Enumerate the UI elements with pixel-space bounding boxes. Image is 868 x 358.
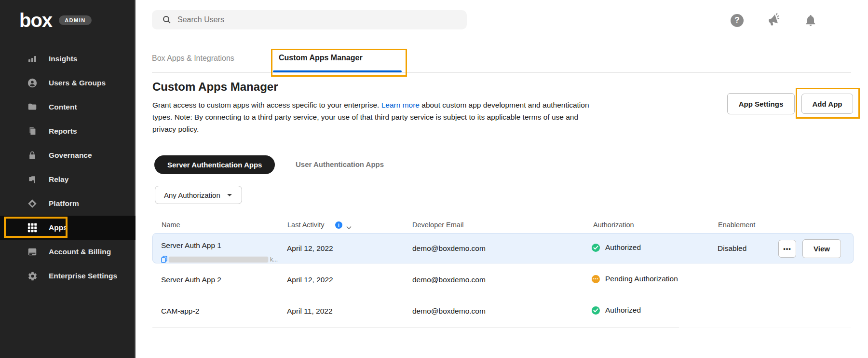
sidebar-item-label: Reports: [49, 127, 77, 136]
app-name: Server Auth App 1: [161, 241, 221, 250]
credit-card-icon: [27, 246, 38, 258]
authorization-status: ••• Pending Authorization: [592, 275, 679, 283]
segment-server-auth-apps[interactable]: Server Authentication Apps: [154, 155, 275, 174]
column-header-enablement[interactable]: Enablement: [718, 221, 755, 229]
client-id-tail: k...: [270, 256, 278, 263]
folder-icon: [27, 101, 38, 113]
sidebar-item-governance[interactable]: Governance: [0, 143, 136, 167]
white-overlay-patch: [679, 264, 868, 358]
sidebar-item-reports[interactable]: Reports: [0, 119, 136, 143]
segment-user-auth-apps[interactable]: User Authentication Apps: [296, 160, 384, 168]
authorization-label: Pending Authorization: [605, 275, 678, 283]
active-tab-underline: [273, 70, 402, 72]
sidebar-item-label: Relay: [49, 175, 68, 184]
page-description: Grant access to custom apps with access …: [152, 99, 589, 135]
sidebar-item-insights[interactable]: Insights: [0, 47, 136, 71]
more-actions-button[interactable]: •••: [778, 240, 796, 258]
sidebar-item-enterprise-settings[interactable]: Enterprise Settings: [0, 264, 136, 288]
documents-icon: [27, 125, 38, 137]
grid-icon: [27, 222, 38, 234]
description-text: Grant access to custom apps with access …: [152, 101, 381, 109]
app-settings-button[interactable]: App Settings: [727, 93, 795, 114]
authorization-label: Authorized: [605, 243, 641, 252]
chevron-down-icon: [227, 194, 232, 196]
description-line-1: Grant access to custom apps with access …: [152, 99, 589, 111]
app-name[interactable]: Server Auth App 2: [161, 275, 221, 284]
last-activity-value: April 11, 2022: [287, 307, 333, 316]
developer-email-value: demo@boxdemo.com: [412, 307, 486, 316]
megaphone-icon[interactable]: [765, 11, 783, 29]
authorization-status: Authorized: [592, 306, 641, 315]
sidebar-item-users-groups[interactable]: Users & Groups: [0, 71, 136, 95]
description-line-3: privacy policy.: [152, 123, 589, 135]
learn-more-link[interactable]: Learn more: [381, 101, 420, 109]
column-header-last-activity[interactable]: Last Activity: [287, 221, 325, 229]
help-icon[interactable]: ?: [731, 14, 744, 27]
sidebar-nav: Insights Users & Groups Content Reports: [0, 47, 136, 288]
sidebar-item-label: Apps: [49, 223, 68, 232]
authorization-label: Authorized: [605, 306, 641, 315]
user-circle-icon: [27, 77, 38, 89]
sidebar-item-label: Enterprise Settings: [49, 272, 117, 280]
box-logo: box: [19, 10, 52, 31]
sidebar-item-label: Governance: [49, 151, 92, 160]
admin-badge: ADMIN: [59, 15, 92, 25]
sidebar-item-relay[interactable]: Relay: [0, 167, 136, 192]
add-app-button[interactable]: Add App: [801, 94, 853, 114]
tabs-divider: [152, 72, 851, 73]
last-activity-value: April 12, 2022: [287, 244, 333, 253]
sidebar: box ADMIN Insights Users & Groups C: [0, 0, 136, 358]
sidebar-item-label: Account & Billing: [49, 248, 111, 256]
tab-custom-apps-manager[interactable]: Custom Apps Manager: [279, 54, 363, 62]
authorization-filter-dropdown[interactable]: Any Authorization: [155, 186, 242, 204]
copy-icon[interactable]: [161, 256, 167, 263]
diamond-icon: [27, 198, 38, 209]
gear-icon: [27, 270, 38, 282]
authorized-check-icon: [592, 306, 600, 315]
view-button[interactable]: View: [802, 239, 841, 258]
last-activity-value: April 12, 2022: [287, 275, 333, 284]
sidebar-item-label: Platform: [49, 199, 79, 208]
flag-icon: [27, 174, 38, 185]
topbar-icons: ?: [731, 13, 817, 28]
sidebar-item-label: Users & Groups: [49, 79, 106, 87]
box-admin-console: box ADMIN Insights Users & Groups C: [0, 0, 868, 358]
bar-chart-icon: [27, 53, 38, 65]
search-icon: [162, 15, 172, 25]
enablement-value: Disabled: [718, 244, 746, 253]
dropdown-value: Any Authorization: [164, 191, 220, 199]
bell-icon[interactable]: [804, 14, 817, 27]
pending-ellipsis-icon: •••: [592, 275, 600, 283]
sidebar-item-label: Insights: [49, 55, 77, 63]
sidebar-item-account-billing[interactable]: Account & Billing: [0, 240, 136, 264]
app-name[interactable]: CAM-app-2: [161, 307, 199, 316]
column-header-developer-email[interactable]: Developer Email: [412, 221, 463, 229]
search-input[interactable]: [177, 15, 448, 24]
page-title: Custom Apps Manager: [152, 80, 278, 94]
column-header-name[interactable]: Name: [162, 221, 180, 229]
developer-email-value: demo@boxdemo.com: [412, 275, 486, 284]
lock-icon: [27, 150, 38, 161]
column-header-authorization[interactable]: Authorization: [593, 221, 634, 229]
sort-chevron-icon[interactable]: [346, 223, 352, 232]
description-line-2: types. Note: By connecting to a third pa…: [152, 111, 589, 123]
logo-row: box ADMIN: [19, 10, 92, 31]
sidebar-item-platform[interactable]: Platform: [0, 192, 136, 216]
sidebar-item-label: Content: [49, 103, 77, 111]
authorization-status: Authorized: [592, 243, 641, 252]
developer-email-value: demo@boxdemo.com: [412, 244, 486, 253]
sidebar-item-content[interactable]: Content: [0, 95, 136, 119]
tab-box-apps-integrations[interactable]: Box Apps & Integrations: [152, 54, 234, 63]
description-text: about custom app development and authent…: [420, 101, 589, 109]
search-bar: [152, 10, 467, 29]
info-icon[interactable]: i: [335, 221, 342, 229]
redacted-client-id: [169, 257, 268, 262]
sidebar-item-apps[interactable]: Apps: [0, 216, 136, 240]
authorized-check-icon: [592, 244, 600, 252]
